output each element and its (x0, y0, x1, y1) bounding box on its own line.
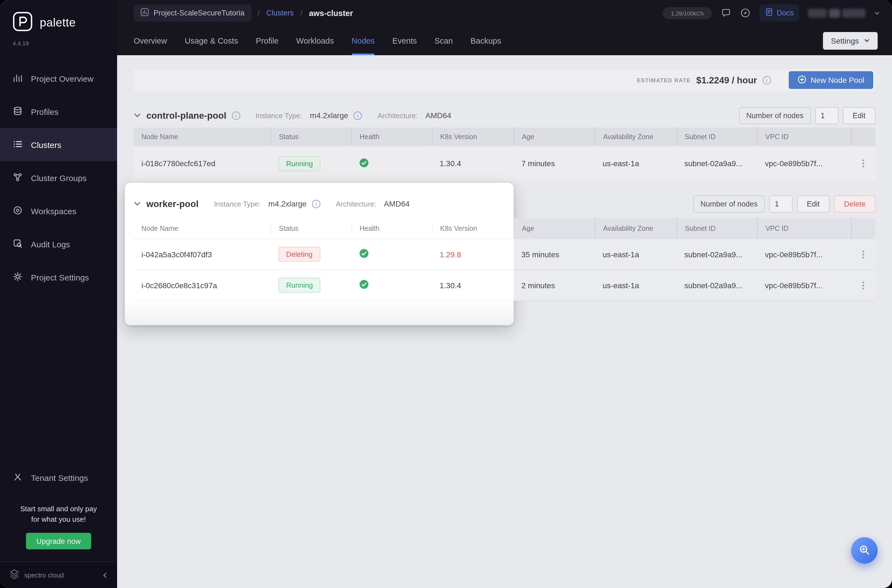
promo-text: Start small and only pay for what you us… (0, 504, 117, 525)
search-plus-icon (858, 543, 871, 557)
tab-nodes[interactable]: Nodes (351, 26, 375, 55)
tab-scan[interactable]: Scan (435, 26, 453, 55)
instance-type-label: Instance Type: (256, 111, 302, 120)
estimated-rate-value: $1.2249 / hour (696, 75, 757, 85)
vpc-id: vpc-0e89b5b7f... (757, 159, 851, 168)
breadcrumb-project-chip[interactable]: Project-ScaleSecureTutoria (134, 4, 251, 21)
breadcrumb-clusters-link[interactable]: Clusters (266, 9, 294, 17)
sidebar-item-label: Audit Logs (31, 239, 70, 249)
tab-backups[interactable]: Backups (471, 26, 501, 55)
info-icon[interactable]: i (232, 111, 240, 120)
tab-overview[interactable]: Overview (134, 26, 167, 55)
column-header: Health (351, 222, 432, 234)
tab-usage-costs[interactable]: Usage & Costs (185, 26, 238, 55)
sidebar-item-tenant-settings[interactable]: Tenant Settings (0, 461, 117, 494)
compass-icon[interactable] (740, 8, 751, 18)
estimated-rate-label: ESTIMATED RATE (637, 77, 691, 83)
health-check-icon (359, 251, 369, 260)
sidebar-item-workspaces[interactable]: Workspaces (0, 194, 117, 228)
breadcrumb-cluster-name: aws-cluster (309, 9, 353, 17)
chart-icon (13, 73, 23, 84)
worker-table-header-right: Age Availability Zone Subnet ID VPC ID (514, 218, 875, 239)
health-check-icon (359, 160, 369, 169)
k8s-version: 1.30.4 (432, 281, 514, 290)
column-header: K8s Version (432, 128, 514, 146)
docs-link[interactable]: Docs (760, 4, 799, 21)
chevron-down-icon[interactable] (134, 112, 141, 119)
vpc-id: vpc-0e89b5b7f... (757, 281, 851, 290)
edit-pool-button[interactable]: Edit (842, 107, 875, 124)
status-badge: Running (278, 156, 321, 171)
target-icon (13, 205, 23, 217)
node-name: i-0c2680c0e8c31c97a (134, 281, 270, 290)
new-node-pool-button[interactable]: New Node Pool (788, 71, 873, 89)
breadcrumb-separator: / (258, 9, 260, 17)
tab-workloads[interactable]: Workloads (296, 26, 334, 55)
availability-zone: us-east-1a (595, 281, 677, 290)
redacted-account-area[interactable] (808, 9, 865, 17)
number-of-nodes-input[interactable] (815, 107, 838, 124)
palette-logo-icon (12, 11, 33, 34)
sidebar-item-profiles[interactable]: Profiles (0, 95, 117, 128)
chevron-down-icon[interactable] (134, 200, 141, 207)
k8s-version: 1.29.8 (432, 250, 514, 259)
pool-title: control-plane-pool (146, 110, 227, 121)
subnet-id: subnet-02a9a9... (677, 250, 757, 259)
sidebar-footer: spectro cloud (0, 561, 117, 588)
chevron-down-icon[interactable] (874, 10, 880, 16)
project-chart-icon (140, 8, 149, 18)
status-badge: Deleting (278, 247, 320, 262)
tab-profile[interactable]: Profile (256, 26, 278, 55)
spectro-cloud-logo-icon (9, 568, 20, 582)
upgrade-button[interactable]: Upgrade now (26, 533, 91, 549)
sidebar-item-clusters[interactable]: Clusters (0, 128, 117, 161)
sidebar-item-label: Workspaces (31, 206, 77, 216)
column-header: Age (514, 128, 595, 146)
row-menu-kebab-icon[interactable] (851, 250, 875, 259)
number-of-nodes-label: Number of nodes (739, 107, 811, 124)
k8s-version: 1.30.4 (432, 159, 514, 168)
delete-pool-button[interactable]: Delete (834, 195, 875, 212)
document-icon (765, 8, 773, 18)
sidebar-item-label: Cluster Groups (31, 173, 87, 183)
tab-events[interactable]: Events (392, 26, 417, 55)
edit-pool-button[interactable]: Edit (797, 195, 830, 212)
node-age: 7 minutes (514, 159, 595, 168)
architecture-label: Architecture: (336, 200, 376, 208)
column-header: VPC ID (757, 218, 851, 239)
nodes-content: ESTIMATED RATE $1.2249 / hour i New Node… (117, 55, 892, 588)
number-of-nodes-input[interactable] (769, 195, 792, 212)
brand-logo: palette (0, 0, 117, 36)
info-icon[interactable]: i (354, 111, 362, 120)
row-menu-kebab-icon[interactable] (851, 281, 875, 290)
subnet-id: subnet-02a9a9... (677, 281, 757, 290)
plus-circle-icon (797, 75, 806, 85)
sidebar-item-audit-logs[interactable]: Audit Logs (0, 228, 117, 261)
search-fab-button[interactable] (851, 537, 878, 564)
column-header-actions (851, 218, 875, 239)
info-icon[interactable]: i (312, 200, 320, 208)
info-icon[interactable]: i (763, 76, 771, 84)
settings-button[interactable]: Settings (823, 32, 878, 50)
collapse-sidebar-icon[interactable] (102, 572, 108, 578)
column-header: Node Name (134, 222, 270, 234)
sidebar-item-cluster-groups[interactable]: Cluster Groups (0, 161, 117, 194)
chat-icon[interactable] (721, 8, 731, 18)
instance-type-label: Instance Type: (214, 200, 261, 208)
sidebar-item-label: Project Settings (31, 273, 89, 282)
node-name: i-042a5a3c0f4f07df3 (134, 250, 270, 259)
sidebar-item-project-overview[interactable]: Project Overview (0, 62, 117, 95)
brand-name: palette (40, 16, 76, 29)
top-header-bar: Project-ScaleSecureTutoria / Clusters / … (117, 0, 892, 26)
app-version: 4.4.19 (0, 40, 117, 46)
column-header: Subnet ID (677, 218, 757, 239)
health-status (351, 279, 432, 291)
sidebar-item-project-settings[interactable]: Project Settings (0, 261, 117, 294)
subnet-id: subnet-02a9a9... (677, 159, 757, 168)
sidebar-item-label: Clusters (31, 140, 61, 149)
health-check-icon (359, 282, 369, 291)
pool-title: worker-pool (146, 198, 198, 209)
usage-pill: 1.29/100kCh (662, 7, 712, 19)
row-menu-kebab-icon[interactable] (851, 159, 875, 168)
column-header: Status (270, 128, 351, 146)
